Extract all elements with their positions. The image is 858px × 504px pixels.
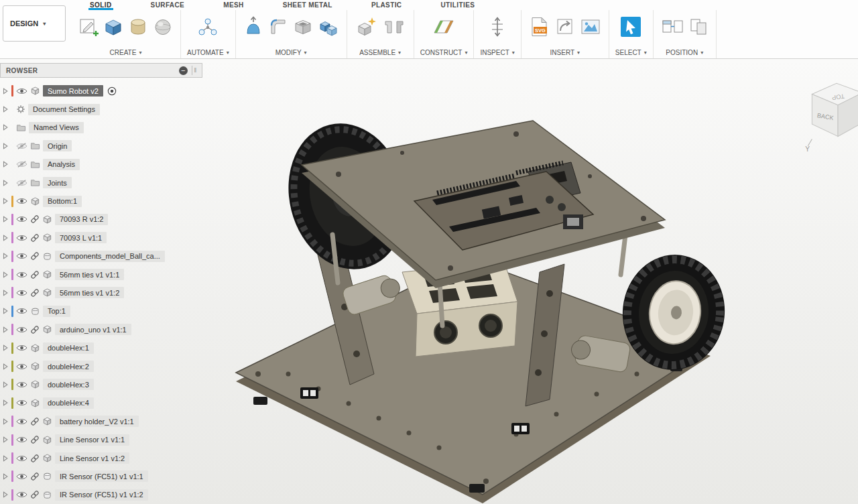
tree-item-label[interactable]: doubleHex:3: [43, 379, 94, 390]
tree-item-label[interactable]: 70093 L v1:1: [55, 232, 107, 243]
group-label-insert[interactable]: INSERT▾: [550, 49, 580, 56]
collapse-browser-button[interactable]: −: [179, 66, 188, 75]
visibility-eye-icon[interactable]: [16, 307, 27, 315]
disclosure-arrow-icon[interactable]: [3, 308, 9, 314]
disclosure-arrow-icon[interactable]: [3, 473, 9, 480]
disclosure-arrow-icon[interactable]: [3, 235, 9, 241]
measure-icon[interactable]: [486, 13, 509, 41]
tree-item-label[interactable]: 56mm ties v1 v1:2: [55, 287, 124, 298]
disclosure-arrow-icon[interactable]: [3, 198, 9, 204]
select-icon[interactable]: [619, 13, 643, 41]
disclosure-arrow-icon[interactable]: [3, 399, 9, 406]
tree-item-label[interactable]: IR Sensor (FC51) v1 v1:1: [55, 470, 148, 482]
disclosure-arrow-icon[interactable]: [3, 106, 9, 113]
shell-icon[interactable]: [292, 13, 314, 41]
group-label-modify[interactable]: MODIFY▾: [275, 49, 307, 56]
tree-item-label[interactable]: Bottom:1: [43, 196, 82, 207]
sphere-icon[interactable]: [151, 13, 174, 41]
tree-row[interactable]: 56mm ties v1 v1:2: [0, 284, 202, 302]
group-label-construct[interactable]: CONSTRUCT▾: [420, 49, 468, 56]
visibility-eye-icon[interactable]: [16, 363, 27, 371]
visibility-eye-icon[interactable]: [16, 197, 27, 205]
tree-item-label[interactable]: Joints: [43, 177, 72, 188]
visibility-eye-icon[interactable]: [16, 381, 27, 389]
plane-icon[interactable]: [430, 13, 457, 41]
visibility-eye-icon[interactable]: [16, 142, 27, 150]
robot-3d-model[interactable]: [201, 59, 858, 504]
tree-row[interactable]: Origin: [0, 137, 202, 155]
tree-item-label[interactable]: Named Views: [29, 122, 84, 133]
disclosure-arrow-icon[interactable]: [3, 216, 9, 223]
tree-row[interactable]: battery holder_V2 v1:1: [0, 412, 202, 430]
tab-plastic[interactable]: PLASTIC: [370, 1, 404, 10]
tree-row[interactable]: 70093 R v1:2: [0, 210, 202, 229]
view-cube[interactable]: TOP BACK Y: [800, 74, 858, 155]
new-component-icon[interactable]: [353, 13, 379, 41]
group-label-position[interactable]: POSITION▾: [666, 49, 703, 56]
tree-item-label[interactable]: 70093 R v1:2: [55, 214, 108, 225]
capture-position-icon[interactable]: [660, 13, 685, 41]
activate-component-radio[interactable]: [107, 86, 117, 96]
visibility-eye-icon[interactable]: [16, 344, 27, 352]
group-label-assemble[interactable]: ASSEMBLE▾: [359, 49, 401, 56]
tree-item-label[interactable]: IR Sensor (FC51) v1 v1:2: [55, 489, 148, 501]
create-sketch-icon[interactable]: [77, 13, 100, 41]
combine-icon[interactable]: [316, 13, 341, 41]
disclosure-arrow-icon[interactable]: [3, 381, 9, 388]
tree-row[interactable]: doubleHex:4: [0, 394, 202, 412]
visibility-eye-icon[interactable]: [16, 87, 27, 95]
visibility-eye-icon[interactable]: [16, 472, 27, 481]
disclosure-arrow-icon[interactable]: [3, 363, 9, 370]
tab-utilities[interactable]: UTILITIES: [439, 1, 476, 10]
tree-row[interactable]: Line Sensor v1 v1:1: [0, 430, 202, 448]
tree-row[interactable]: Line Sensor v1 v1:2: [0, 449, 202, 467]
disclosure-arrow-icon[interactable]: [3, 436, 9, 443]
insert-derive-icon[interactable]: [554, 13, 576, 41]
disclosure-arrow-icon[interactable]: [3, 88, 9, 94]
tree-row[interactable]: arduino_uno v1 v1:1: [0, 320, 202, 338]
tree-row[interactable]: Components_model_Ball_ca...: [0, 247, 202, 265]
group-label-select[interactable]: SELECT▾: [615, 49, 647, 56]
design-menu-button[interactable]: DESIGN ▾: [3, 5, 66, 42]
decal-icon[interactable]: [578, 13, 603, 41]
tree-item-label[interactable]: 56mm ties v1 v1:1: [55, 269, 124, 280]
tree-item-label[interactable]: doubleHex:1: [43, 342, 94, 354]
group-label-inspect[interactable]: INSPECT▾: [480, 49, 514, 56]
tree-row[interactable]: Analysis: [0, 155, 202, 174]
tree-item-label[interactable]: Origin: [43, 140, 72, 151]
visibility-eye-icon[interactable]: [16, 326, 27, 334]
visibility-eye-icon[interactable]: [16, 271, 27, 279]
tab-sheet-metal[interactable]: SHEET METAL: [282, 1, 334, 10]
tree-row[interactable]: 70093 L v1:1: [0, 229, 202, 247]
disclosure-arrow-icon[interactable]: [3, 124, 9, 131]
tree-item-label[interactable]: Components_model_Ball_ca...: [55, 251, 165, 262]
fillet-icon[interactable]: [267, 13, 290, 41]
tree-item-label[interactable]: arduino_uno v1 v1:1: [55, 324, 131, 335]
visibility-eye-icon[interactable]: [16, 418, 27, 426]
tree-row[interactable]: Top:1: [0, 302, 202, 320]
tree-item-label[interactable]: Line Sensor v1 v1:1: [55, 434, 129, 446]
visibility-eye-icon[interactable]: [16, 399, 27, 407]
visibility-eye-icon[interactable]: [16, 179, 27, 187]
disclosure-arrow-icon[interactable]: [3, 271, 9, 278]
disclosure-arrow-icon[interactable]: [3, 290, 9, 296]
tree-row[interactable]: doubleHex:2: [0, 357, 202, 375]
box-icon[interactable]: [102, 13, 125, 41]
disclosure-arrow-icon[interactable]: [3, 180, 9, 186]
tree-row[interactable]: Sumo Robot v2: [0, 82, 202, 100]
tree-item-label[interactable]: Analysis: [43, 159, 80, 170]
tree-row[interactable]: doubleHex:1: [0, 338, 202, 357]
disclosure-arrow-icon[interactable]: [3, 326, 9, 333]
disclosure-arrow-icon[interactable]: [3, 491, 9, 498]
disclosure-arrow-icon[interactable]: [3, 253, 9, 259]
visibility-eye-icon[interactable]: [16, 454, 27, 462]
tree-item-label[interactable]: battery holder_V2 v1:1: [55, 416, 139, 427]
visibility-eye-icon[interactable]: [16, 234, 27, 242]
tree-item-label[interactable]: Top:1: [43, 306, 70, 317]
disclosure-arrow-icon[interactable]: [3, 455, 9, 462]
automate-icon[interactable]: [194, 13, 221, 41]
tree-item-label[interactable]: doubleHex:4: [43, 397, 94, 409]
group-label-create[interactable]: CREATE▾: [110, 49, 142, 56]
press-pull-icon[interactable]: [242, 13, 265, 41]
tree-row[interactable]: 56mm ties v1 v1:1: [0, 265, 202, 284]
